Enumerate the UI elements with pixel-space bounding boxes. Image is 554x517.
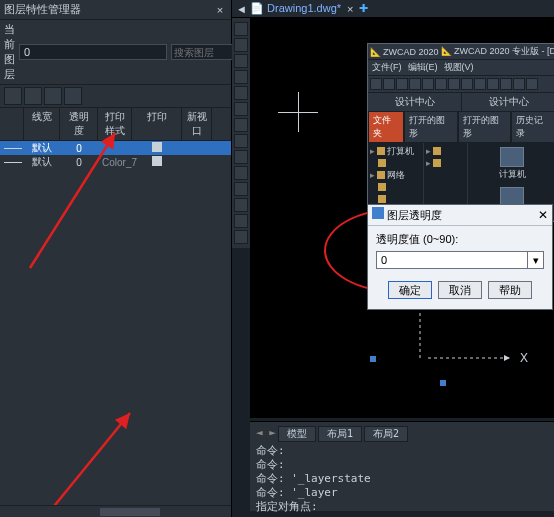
tab-label: Drawing1.dwg* [267, 2, 341, 14]
vtool-12[interactable] [234, 198, 248, 212]
layout-tabs: ◄ ► 模型 布局1 布局2 [256, 426, 548, 442]
field-label: 透明度值 (0~90): [376, 232, 544, 247]
folder-icon [433, 159, 441, 167]
ztb[interactable] [487, 78, 499, 90]
vtool-10[interactable] [234, 166, 248, 180]
menu-file[interactable]: 文件(F) [372, 61, 402, 74]
nested-zwcad-window: 📐 ZWCAD 2020 📐 ZWCAD 2020 专业版 - [Drawing… [367, 43, 554, 222]
subtab-folder[interactable]: 文件夹 [368, 111, 404, 143]
panel-titlebar: 图层特性管理器 × [0, 0, 231, 20]
cmd-line: 指定对角点: [256, 500, 548, 514]
vtool-1[interactable] [234, 22, 248, 36]
folder-icon [377, 171, 385, 179]
vtool-13[interactable] [234, 214, 248, 228]
layer-properties-panel: 图层特性管理器 × 当前图层 ⚙ 线宽 透明度 打印样式 打印 新视口 默认 0 [0, 0, 232, 517]
ztb[interactable] [461, 78, 473, 90]
document-tab-bar: ◄ 📄 Drawing1.dwg* × ✚ [232, 0, 554, 18]
vtool-8[interactable] [234, 134, 248, 148]
tab-prev-icon[interactable]: ◄ [236, 3, 247, 15]
help-button[interactable]: 帮助 [488, 281, 532, 299]
table-row[interactable]: 默认 0 [0, 141, 231, 155]
ztb[interactable] [474, 78, 486, 90]
subtab-history[interactable]: 历史记录 [511, 111, 554, 143]
ztb[interactable] [500, 78, 512, 90]
vtool-2[interactable] [234, 38, 248, 52]
ok-button[interactable]: 确定 [388, 281, 432, 299]
filter-btn-4[interactable] [64, 87, 82, 105]
ztb[interactable] [396, 78, 408, 90]
zwin-toolbar [368, 76, 554, 93]
close-icon[interactable]: ✕ [538, 208, 548, 222]
grip-handle[interactable] [370, 356, 376, 362]
printer-icon [152, 156, 162, 166]
ztb[interactable] [435, 78, 447, 90]
subtab-open2[interactable]: 打开的图形 [458, 111, 512, 143]
layer-transparency-dialog: 图层透明度 ✕ 透明度值 (0~90): ▾ 确定 取消 帮助 [367, 204, 553, 310]
zwin-title: 📐 ZWCAD 2020 专业版 - [Drawing1.dwg] [441, 45, 554, 58]
cmd-line: 命令: '_layer [256, 486, 548, 500]
tab-close-icon[interactable]: × [347, 3, 353, 15]
ztb[interactable] [383, 78, 395, 90]
col-transparency[interactable]: 透明度 [60, 108, 98, 140]
panel-title: 图层特性管理器 [4, 2, 81, 17]
vtool-14[interactable] [234, 230, 248, 244]
close-icon[interactable]: × [213, 3, 227, 17]
cancel-button[interactable]: 取消 [438, 281, 482, 299]
palette-header: 设计中心 设计中心 [368, 93, 554, 111]
ztb[interactable] [526, 78, 538, 90]
menu-edit[interactable]: 编辑(E) [408, 61, 438, 74]
subtab-open[interactable]: 打开的图形 [404, 111, 458, 143]
table-row[interactable]: 默认 0 Color_7 [0, 155, 231, 169]
thumb-computer[interactable]: 计算机 [499, 147, 526, 181]
menu-view[interactable]: 视图(V) [444, 61, 474, 74]
vtool-5[interactable] [234, 86, 248, 100]
dropdown-icon[interactable]: ▾ [527, 252, 543, 268]
col-plotstyle[interactable]: 打印样式 [98, 108, 132, 140]
zwin-titlebar[interactable]: 📐 ZWCAD 2020 📐 ZWCAD 2020 专业版 - [Drawing… [368, 44, 554, 60]
col-lineweight[interactable]: 线宽 [24, 108, 60, 140]
cell-weight: 默认 [24, 155, 60, 169]
cell-weight: 默认 [24, 141, 60, 155]
folder-icon [378, 183, 386, 191]
col-blank[interactable] [0, 108, 24, 140]
transparency-input[interactable] [377, 252, 527, 268]
tab-layout2[interactable]: 布局2 [364, 426, 408, 442]
search-input[interactable] [171, 44, 239, 60]
filter-btn-1[interactable] [4, 87, 22, 105]
tab-layout1[interactable]: 布局1 [318, 426, 362, 442]
horizontal-scrollbar[interactable] [0, 505, 231, 517]
command-window[interactable]: ◄ ► 模型 布局1 布局2 命令: 命令: 命令: '_layerstate … [250, 421, 554, 511]
drawing-canvas[interactable]: 📐 ZWCAD 2020 📐 ZWCAD 2020 专业版 - [Drawing… [250, 18, 554, 418]
dialog-titlebar[interactable]: 图层透明度 ✕ [368, 205, 552, 226]
ztb[interactable] [370, 78, 382, 90]
cell-transparency: 0 [60, 143, 98, 154]
palette-title-2: 设计中心 [462, 93, 554, 111]
filter-btn-2[interactable] [24, 87, 42, 105]
vtool-9[interactable] [234, 150, 248, 164]
current-layer-label: 当前图层 [4, 22, 15, 82]
x-axis-label: X [520, 351, 528, 365]
grip-handle[interactable] [440, 380, 446, 386]
dialog-buttons: 确定 取消 帮助 [368, 275, 552, 309]
filter-btn-3[interactable] [44, 87, 62, 105]
ztb[interactable] [513, 78, 525, 90]
ztb[interactable] [448, 78, 460, 90]
col-plot[interactable]: 打印 [132, 108, 182, 140]
vtool-4[interactable] [234, 70, 248, 84]
drawing-area: ◄ 📄 Drawing1.dwg* × ✚ 📐 ZWCAD 2020 📐 ZWC… [232, 0, 554, 517]
ztb[interactable] [422, 78, 434, 90]
ztb[interactable] [409, 78, 421, 90]
tab-add-icon[interactable]: ✚ [359, 2, 368, 15]
layer-table: 线宽 透明度 打印样式 打印 新视口 默认 0 默认 0 Color_7 [0, 108, 231, 505]
computer-icon [500, 147, 524, 167]
tab-model[interactable]: 模型 [278, 426, 316, 442]
vtool-7[interactable] [234, 118, 248, 132]
col-newvp[interactable]: 新视口 [182, 108, 212, 140]
current-layer-combo[interactable] [19, 44, 167, 60]
tab-drawing[interactable]: 📄 Drawing1.dwg* [250, 2, 341, 15]
vtool-3[interactable] [234, 54, 248, 68]
cell-print [132, 142, 182, 154]
vtool-6[interactable] [234, 102, 248, 116]
vtool-11[interactable] [234, 182, 248, 196]
scrollbar-thumb[interactable] [100, 508, 160, 516]
